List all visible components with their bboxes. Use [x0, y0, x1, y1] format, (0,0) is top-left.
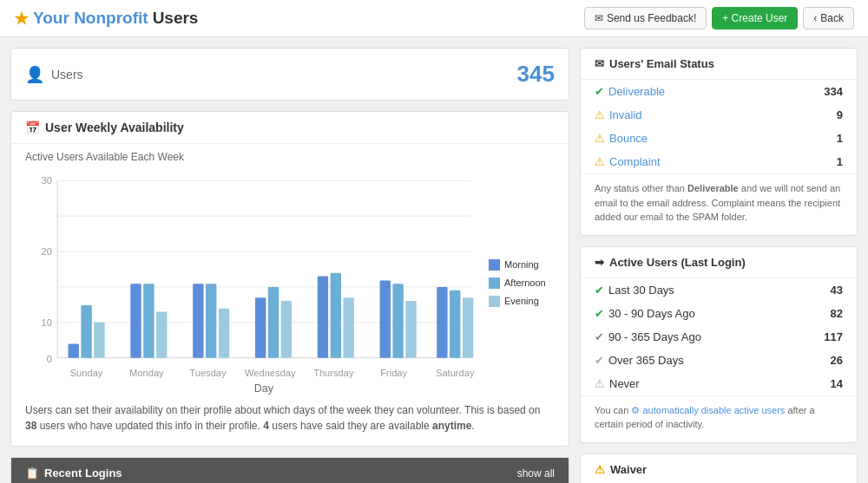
bounce-count: 1	[837, 132, 843, 145]
waiver-warn-icon: ⚠	[595, 463, 605, 476]
email-status-header: ✉ Users' Email Status	[581, 49, 857, 80]
svg-rect-19	[219, 309, 229, 358]
warn-never-icon: ⚠	[595, 377, 605, 390]
svg-rect-28	[405, 301, 416, 358]
active-over365-row: ✔ Over 365 Days 26	[581, 349, 857, 372]
email-invalid-row: ⚠ Invalid 9	[581, 103, 857, 127]
check-365-icon: ✔	[595, 330, 604, 343]
over365-label: Over 365 Days	[608, 354, 684, 367]
active-users-card: ➡ Active Users (Last Login) ✔ Last 30 Da…	[580, 246, 858, 443]
svg-rect-17	[193, 284, 203, 357]
svg-rect-11	[69, 344, 79, 358]
bar-chart: 30 20 10 0	[25, 170, 477, 395]
weekly-availability-card: 📅 User Weekly Availability Active Users …	[10, 111, 569, 447]
page-title: ★ Your Nonprofit Users	[14, 9, 198, 29]
svg-text:Saturday: Saturday	[436, 368, 475, 378]
deliverable-link[interactable]: Deliverable	[608, 85, 665, 98]
email-complaint-row: ⚠ Complaint 1	[581, 150, 857, 173]
legend-afternoon: Afternoon	[489, 277, 555, 289]
30days-label: Last 30 Days	[608, 284, 674, 297]
users-label: Users	[51, 68, 83, 82]
star-icon: ★	[14, 9, 29, 29]
users-summary-card: 👤 Users 345	[10, 48, 569, 101]
365days-label: 90 - 365 Days Ago	[608, 330, 701, 343]
warn-bounce-icon: ⚠	[595, 132, 605, 145]
complaint-count: 1	[837, 155, 843, 168]
availability-card-header: 📅 User Weekly Availability	[11, 112, 569, 144]
over365-count: 26	[831, 354, 843, 367]
active-users-header: ➡ Active Users (Last Login)	[581, 247, 857, 278]
active-365days-row: ✔ 90 - 365 Days Ago 117	[581, 325, 857, 349]
disable-users-link[interactable]: ⚙ automatically disable active users	[631, 405, 785, 415]
chart-legend: Morning Afternoon Evening	[477, 170, 555, 395]
recent-logins-header: 📋 Recent Logins show all	[11, 458, 569, 483]
recent-logins-card: 📋 Recent Logins show all Greg Mauve on M…	[10, 457, 569, 483]
email-status-list: ✔ Deliverable 334 ⚠ Invalid 9 ⚠ Bounce	[581, 80, 857, 173]
top-bar: ★ Your Nonprofit Users ✉ Send us Feedbac…	[0, 0, 868, 37]
svg-text:20: 20	[42, 246, 52, 257]
login-arrow-icon: ➡	[595, 256, 604, 269]
invalid-link[interactable]: Invalid	[609, 108, 642, 121]
svg-text:Thursday: Thursday	[313, 368, 354, 378]
svg-rect-20	[255, 297, 266, 357]
svg-text:Sunday: Sunday	[70, 368, 103, 378]
calendar-icon: 📅	[25, 121, 40, 134]
deliverable-count: 334	[824, 85, 843, 98]
active-users-list: ✔ Last 30 Days 43 ✔ 30 - 90 Days Ago 82 …	[581, 278, 857, 395]
invalid-count: 9	[837, 108, 843, 121]
90days-label: 30 - 90 Days Ago	[608, 307, 695, 320]
envelope-icon: ✉	[595, 12, 603, 24]
check-90-icon: ✔	[595, 307, 604, 320]
svg-text:Monday: Monday	[129, 368, 164, 378]
login-icon: 📋	[25, 467, 39, 480]
warn-invalid-icon: ⚠	[595, 108, 605, 121]
email-bounce-row: ⚠ Bounce 1	[581, 127, 857, 150]
warn-complaint-icon: ⚠	[595, 155, 605, 168]
check-deliverable-icon: ✔	[595, 85, 604, 98]
svg-text:30: 30	[42, 175, 52, 186]
feedback-button[interactable]: ✉ Send us Feedback!	[584, 7, 707, 29]
availability-note: Users can set their availability on thei…	[11, 395, 569, 446]
svg-rect-27	[392, 284, 403, 357]
svg-text:Wednesday: Wednesday	[245, 368, 296, 378]
create-user-button[interactable]: + Create User	[712, 7, 798, 29]
bounce-link[interactable]: Bounce	[609, 132, 648, 145]
svg-rect-31	[463, 297, 473, 357]
title-users: Users	[153, 9, 199, 28]
365days-count: 117	[824, 330, 843, 343]
complaint-link[interactable]: Complaint	[609, 155, 661, 168]
svg-text:Friday: Friday	[380, 368, 407, 378]
active-never-row: ⚠ Never 14	[581, 372, 857, 395]
availability-subtitle: Active Users Available Each Week	[11, 144, 569, 163]
back-button[interactable]: ‹ Back	[803, 7, 854, 29]
check-30-icon: ✔	[595, 284, 604, 297]
waiver-card: ⚠ Waiver 3 of 345 users have submitted y…	[580, 454, 858, 484]
90days-count: 82	[831, 307, 843, 320]
svg-rect-13	[94, 323, 104, 358]
svg-rect-14	[130, 284, 141, 357]
afternoon-color	[489, 277, 500, 289]
email-status-note: Any status other than Deliverable and we…	[581, 173, 857, 235]
svg-rect-29	[437, 287, 447, 358]
email-status-card: ✉ Users' Email Status ✔ Deliverable 334 …	[580, 48, 858, 236]
person-icon: 👤	[25, 65, 44, 84]
active-users-note: You can ⚙ automatically disable active u…	[581, 395, 857, 442]
legend-morning: Morning	[489, 259, 555, 271]
svg-text:10: 10	[42, 317, 52, 328]
active-90days-row: ✔ 30 - 90 Days Ago 82	[581, 302, 857, 325]
back-chevron-icon: ‹	[813, 12, 817, 24]
svg-rect-22	[281, 301, 292, 358]
svg-rect-21	[268, 287, 279, 358]
svg-rect-30	[450, 290, 460, 358]
header-buttons: ✉ Send us Feedback! + Create User ‹ Back	[584, 7, 854, 29]
svg-text:0: 0	[47, 354, 52, 364]
show-all-link[interactable]: show all	[517, 467, 555, 480]
users-count: 345	[517, 61, 555, 88]
email-deliverable-row: ✔ Deliverable 334	[581, 80, 857, 103]
legend-evening: Evening	[489, 296, 555, 307]
svg-text:Tuesday: Tuesday	[189, 368, 227, 378]
svg-rect-15	[143, 284, 154, 357]
never-count: 14	[831, 377, 843, 390]
svg-rect-24	[331, 273, 341, 358]
svg-rect-25	[343, 297, 353, 357]
